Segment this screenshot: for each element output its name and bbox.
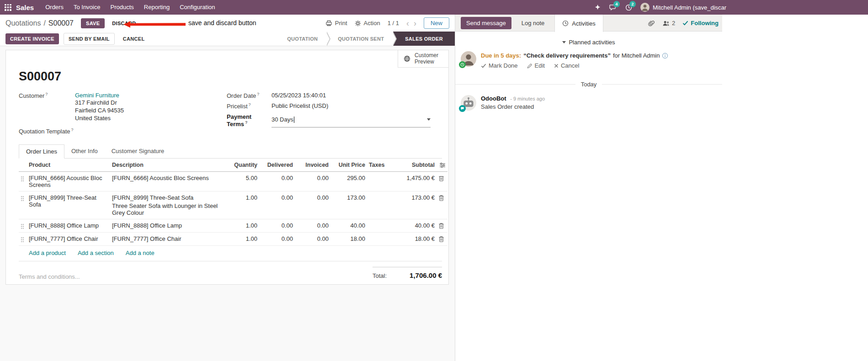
menu-reporting[interactable]: Reporting <box>139 0 175 15</box>
cell-taxes[interactable] <box>367 233 394 246</box>
info-icon[interactable] <box>662 53 668 59</box>
cell-delivered[interactable]: 0.00 <box>259 219 295 233</box>
user-menu[interactable]: Mitchell Admin (save_discar <box>640 3 726 12</box>
following-button[interactable]: Following <box>682 20 719 27</box>
new-button[interactable]: New <box>424 17 449 29</box>
stage-sales-order[interactable]: SALES ORDER <box>393 32 455 46</box>
save-button[interactable]: SAVE <box>81 18 105 28</box>
activities-tab[interactable]: Activities <box>554 15 603 32</box>
add-product-link[interactable]: Add a product <box>29 250 66 256</box>
cell-quantity[interactable]: 1.00 <box>230 191 259 219</box>
terms-placeholder[interactable]: Terms and conditions... <box>19 273 80 280</box>
table-header-row: Product Description Quantity Delivered I… <box>19 159 447 172</box>
tab-other-info[interactable]: Other Info <box>64 144 105 158</box>
cell-taxes[interactable] <box>367 191 394 219</box>
cell-description[interactable]: [FURN_6666] Acoustic Bloc Screens <box>110 172 230 191</box>
chevron-down-icon[interactable] <box>427 118 431 121</box>
check-icon <box>682 21 688 26</box>
menu-orders[interactable]: Orders <box>40 0 69 15</box>
followers-button[interactable]: 2 <box>662 20 675 27</box>
star-icon[interactable] <box>594 4 601 11</box>
action-button[interactable]: Action <box>355 20 380 27</box>
cell-delivered[interactable]: 0.00 <box>259 191 295 219</box>
apps-menu-icon[interactable] <box>5 4 11 11</box>
pricelist-field[interactable]: Public Pricelist (USD) <box>272 102 328 110</box>
drag-handle-icon[interactable] <box>21 196 25 202</box>
breadcrumb-quotations[interactable]: Quotations <box>5 19 41 27</box>
cell-product[interactable]: [FURN_6666] Acoustic Bloc Screens <box>27 172 110 191</box>
activity-state-icon <box>459 61 466 68</box>
drag-handle-icon[interactable] <box>21 237 25 243</box>
cell-description[interactable]: [FURN_7777] Office Chair <box>110 233 230 246</box>
messages-icon[interactable]: 4 <box>609 4 617 11</box>
cell-description[interactable]: [FURN_8888] Office Lamp <box>110 219 230 233</box>
pager-next-icon[interactable]: › <box>414 19 416 27</box>
cell-taxes[interactable] <box>367 172 394 191</box>
add-note-link[interactable]: Add a note <box>126 250 154 256</box>
drag-handle-icon[interactable] <box>21 176 25 182</box>
tab-order-lines[interactable]: Order Lines <box>19 144 64 159</box>
planned-activities-header[interactable]: Planned activities <box>455 39 722 46</box>
edit-activity-label: Edit <box>535 62 545 69</box>
delete-line-icon[interactable] <box>438 223 446 229</box>
globe-icon <box>404 55 410 62</box>
user-avatar <box>640 3 650 12</box>
edit-activity-button[interactable]: Edit <box>527 62 545 69</box>
cell-product[interactable]: [FURN_7777] Office Chair <box>27 233 110 246</box>
menu-products[interactable]: Products <box>105 0 138 15</box>
delete-line-icon[interactable] <box>438 236 446 242</box>
cell-description[interactable]: [FURN_8999] Three-Seat Sofa Three Seater… <box>110 191 230 219</box>
cell-invoiced[interactable]: 0.00 <box>295 219 330 233</box>
pager-value: 1 / 1 <box>388 20 399 27</box>
cell-invoiced[interactable]: 0.00 <box>295 191 330 219</box>
customer-link[interactable]: Gemini Furniture <box>75 92 119 99</box>
stage-quotation[interactable]: QUOTATION <box>276 32 327 46</box>
cell-delivered[interactable]: 0.00 <box>259 172 295 191</box>
cell-unit-price[interactable]: 295.00 <box>330 172 367 191</box>
cell-unit-price[interactable]: 18.00 <box>330 233 367 246</box>
menu-configuration[interactable]: Configuration <box>175 0 220 15</box>
drag-handle-icon[interactable] <box>21 223 25 229</box>
cell-unit-price[interactable]: 173.00 <box>330 191 367 219</box>
clock-icon <box>562 20 569 27</box>
stage-quotation-sent[interactable]: QUOTATION SENT <box>327 32 393 46</box>
activities-badge: 2 <box>629 1 636 7</box>
cell-delivered[interactable]: 0.00 <box>259 233 295 246</box>
app-name[interactable]: Sales <box>16 4 34 11</box>
cell-quantity[interactable]: 5.00 <box>230 172 259 191</box>
cell-quantity[interactable]: 1.00 <box>230 233 259 246</box>
tab-customer-signature[interactable]: Customer Signature <box>105 144 171 158</box>
cell-product[interactable]: [FURN_8888] Office Lamp <box>27 219 110 233</box>
activities-icon[interactable]: 2 <box>625 4 632 11</box>
cancel-button[interactable]: CANCEL <box>119 33 149 44</box>
pager-previous-icon[interactable]: ‹ <box>406 19 409 27</box>
delete-line-icon[interactable] <box>438 195 446 201</box>
delete-line-icon[interactable] <box>438 175 446 181</box>
order-date-field[interactable]: 05/25/2023 15:40:01 <box>272 92 326 99</box>
table-row: [FURN_8888] Office Lamp [FURN_8888] Offi… <box>19 219 447 233</box>
optional-columns-icon[interactable] <box>438 162 446 168</box>
col-subtotal: Subtotal <box>394 159 437 172</box>
send-by-email-button[interactable]: SEND BY EMAIL <box>64 33 115 45</box>
customer-address-line2: Fairfield CA 94535 <box>75 106 124 114</box>
mark-done-button[interactable]: Mark Done <box>481 62 518 69</box>
customer-preview-button[interactable]: Customer Preview <box>398 50 448 68</box>
add-section-link[interactable]: Add a section <box>78 250 114 256</box>
send-message-button[interactable]: Send message <box>461 17 511 29</box>
log-note-button[interactable]: Log note <box>519 19 548 27</box>
menu-to-invoice[interactable]: To Invoice <box>69 0 106 15</box>
cell-invoiced[interactable]: 0.00 <box>295 233 330 246</box>
order-lines-table: Product Description Quantity Delivered I… <box>19 159 447 246</box>
create-invoice-button[interactable]: CREATE INVOICE <box>5 33 59 44</box>
attachment-icon[interactable] <box>648 20 655 27</box>
cell-product[interactable]: [FURN_8999] Three-Seat Sofa <box>27 191 110 219</box>
cell-unit-price[interactable]: 40.00 <box>330 219 367 233</box>
help-marker: ? <box>45 92 48 96</box>
cancel-activity-button[interactable]: Cancel <box>554 62 579 69</box>
print-button[interactable]: Print <box>325 20 347 27</box>
payment-terms-field[interactable]: 30 Days <box>272 113 431 127</box>
cell-invoiced[interactable]: 0.00 <box>295 172 330 191</box>
cell-taxes[interactable] <box>367 219 394 233</box>
top-menus: Orders To Invoice Products Reporting Con… <box>40 0 220 15</box>
cell-quantity[interactable]: 1.00 <box>230 219 259 233</box>
